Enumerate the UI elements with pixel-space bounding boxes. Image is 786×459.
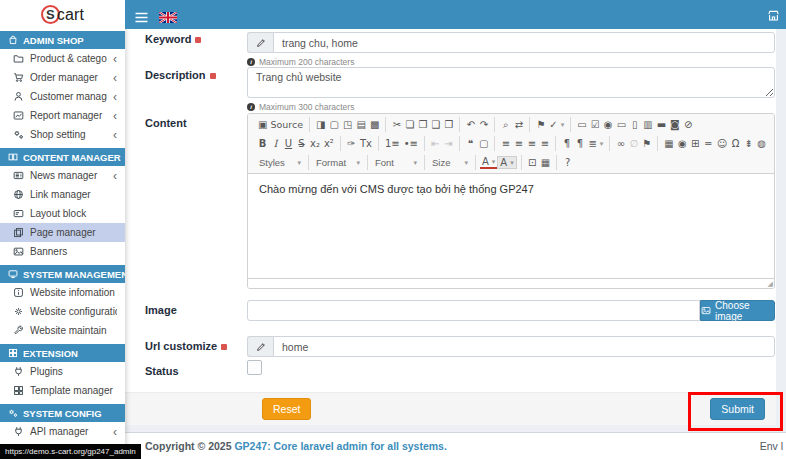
editor-content[interactable]: Chào mừng đến với CMS được tạo bởi hệ th…	[248, 174, 774, 278]
image-input[interactable]	[247, 300, 700, 321]
sidebar-item-template-manager[interactable]: Template manager	[0, 381, 125, 400]
blockquote-button[interactable]: ❝	[464, 136, 477, 151]
text-color-button[interactable]: A▾	[480, 156, 497, 169]
replace-button[interactable]: ⇄	[512, 117, 525, 132]
italic-button[interactable]: I	[269, 136, 282, 151]
underline-button[interactable]: U	[282, 136, 295, 151]
sidebar-item-order-manager[interactable]: Order manager‹	[0, 68, 125, 87]
iframe-button[interactable]: ◍	[755, 136, 768, 151]
undo-button[interactable]: ↶	[464, 117, 477, 132]
strikethrough-button[interactable]: S	[295, 136, 308, 151]
templates-button[interactable]: ▩	[368, 117, 381, 132]
view-store-button[interactable]	[767, 8, 780, 26]
link-button[interactable]: ∞	[614, 136, 627, 151]
print-button[interactable]: ▤	[354, 117, 367, 132]
editor-toolbar: ▣Source◨▢◳▤▩✂❏❐❑❒↶↷⌕⇄⚑✓▾▭☑◉▭▯▥▬◙⊘BIUSx₂x…	[248, 114, 774, 174]
text-direction-rtl-button[interactable]: ¶	[573, 136, 586, 151]
page-break-button[interactable]: ⇟	[742, 136, 755, 151]
sidebar-item-website-maintain[interactable]: Website maintain	[0, 321, 125, 340]
sidebar-item-product-category[interactable]: Product & category‹	[0, 49, 125, 68]
align-center-button[interactable]: ≡	[512, 136, 525, 151]
numbered-list-button[interactable]: 1≡	[383, 136, 402, 151]
unlink-button[interactable]: ∅	[627, 136, 640, 151]
sidebar-item-website-configuration[interactable]: Website configuration	[0, 302, 125, 321]
paste-text-button[interactable]: ❑	[429, 117, 442, 132]
form-button[interactable]: ▭	[575, 117, 588, 132]
app-logo[interactable]: S cart	[0, 0, 125, 29]
sidebar-item-shop-setting[interactable]: Shop setting‹	[0, 125, 125, 144]
format-dropdown[interactable]: Format▾	[313, 155, 363, 170]
choose-image-button[interactable]: Choose image	[700, 300, 775, 321]
smiley-button[interactable]: ☺	[715, 136, 729, 151]
textarea-field-button[interactable]: ▯	[628, 117, 641, 132]
table-button[interactable]: ⊞	[689, 136, 702, 151]
url-customize-input[interactable]	[273, 336, 775, 357]
sidebar-toggle-button[interactable]	[135, 9, 148, 27]
decrease-indent-button[interactable]: ⇤	[429, 136, 442, 151]
bulleted-list-button[interactable]: •≡	[402, 136, 420, 151]
url-addon	[247, 336, 273, 357]
flash-button[interactable]: ◉	[676, 136, 689, 151]
select-all-button[interactable]: ⚑	[534, 117, 547, 132]
sidebar-item-page-manager[interactable]: Page manager	[0, 223, 125, 242]
gp247-link[interactable]: GP247: Core laravel admin for all system…	[234, 440, 446, 452]
reset-button[interactable]: Reset	[262, 398, 311, 420]
submit-button[interactable]: Submit	[710, 398, 765, 420]
sidebar-item-api-manager[interactable]: API manager‹	[0, 422, 125, 441]
justify-button[interactable]: ≡	[538, 136, 551, 151]
sidebar-item-plugins[interactable]: Plugins	[0, 362, 125, 381]
description-textarea[interactable]: Trang chủ website	[247, 67, 775, 98]
anchor-button[interactable]: ⚑	[640, 136, 653, 151]
copy-button[interactable]: ❏	[403, 117, 416, 132]
div-container-button[interactable]: ▢	[477, 136, 490, 151]
checkbox-button[interactable]: ☑	[589, 117, 602, 132]
language-switcher[interactable]	[159, 9, 177, 27]
spell-check-button[interactable]: ✓▾	[547, 117, 566, 132]
sidebar-item-website-infomation[interactable]: Website infomation	[0, 283, 125, 302]
increase-indent-button[interactable]: ⇥	[442, 136, 455, 151]
sidebar-item-customer-manager[interactable]: Customer manager‹	[0, 87, 125, 106]
new-page-button[interactable]: ▢	[328, 117, 341, 132]
sidebar-item-layout-block[interactable]: Layout block	[0, 204, 125, 223]
maximize-button[interactable]: ⊡	[526, 155, 539, 170]
keyword-input[interactable]	[273, 32, 775, 53]
about-button[interactable]: ?	[561, 155, 574, 170]
status-checkbox[interactable]	[247, 360, 262, 375]
paste-from-word-button[interactable]: ❒	[442, 117, 455, 132]
find-button[interactable]: ⌕	[499, 117, 512, 132]
text-field-button[interactable]: ▭	[615, 117, 628, 132]
sidebar-item-banners[interactable]: Banners	[0, 242, 125, 261]
redo-button[interactable]: ↷	[477, 117, 490, 132]
image-button-button[interactable]: ◙	[668, 117, 682, 132]
horizontal-rule-button[interactable]: ═	[702, 136, 715, 151]
bold-button[interactable]: B	[256, 136, 269, 151]
resize-handle-icon[interactable]: ◢	[768, 280, 773, 288]
text-direction-ltr-button[interactable]: ¶	[560, 136, 573, 151]
language-button[interactable]: ≣▾	[586, 136, 605, 151]
radio-button-button[interactable]: ◉	[602, 117, 615, 132]
sidebar-item-report-manager[interactable]: Report manager‹	[0, 106, 125, 125]
size-dropdown[interactable]: Size▾	[429, 155, 471, 170]
superscript-button[interactable]: x²	[322, 136, 336, 151]
subscript-button[interactable]: x₂	[308, 136, 322, 151]
align-left-button[interactable]: ≡	[499, 136, 512, 151]
select-field-button[interactable]: ▥	[641, 117, 654, 132]
special-char-button[interactable]: Ω	[729, 136, 742, 151]
styles-dropdown[interactable]: Styles▾	[256, 155, 304, 170]
copy-formatting-button[interactable]: ✑	[345, 136, 358, 151]
remove-format-button[interactable]: Tx	[358, 136, 374, 151]
sidebar-item-news-manager[interactable]: News manager‹	[0, 166, 125, 185]
source-button[interactable]: ▣Source	[256, 117, 305, 132]
cut-button[interactable]: ✂	[390, 117, 403, 132]
save-button[interactable]: ◨	[314, 117, 327, 132]
align-right-button[interactable]: ≡	[525, 136, 538, 151]
hidden-field-button[interactable]: ⊘	[682, 117, 695, 132]
insert-image-button[interactable]: ▦	[662, 136, 675, 151]
background-color-button[interactable]: A▾	[497, 156, 516, 169]
paste-button[interactable]: ❐	[416, 117, 429, 132]
sidebar-item-link-manager[interactable]: Link manager	[0, 185, 125, 204]
preview-button[interactable]: ◳	[341, 117, 354, 132]
font-dropdown[interactable]: Font▾	[372, 155, 420, 170]
form-button-button[interactable]: ▬	[655, 117, 668, 132]
show-blocks-button[interactable]: ▦	[539, 155, 552, 170]
